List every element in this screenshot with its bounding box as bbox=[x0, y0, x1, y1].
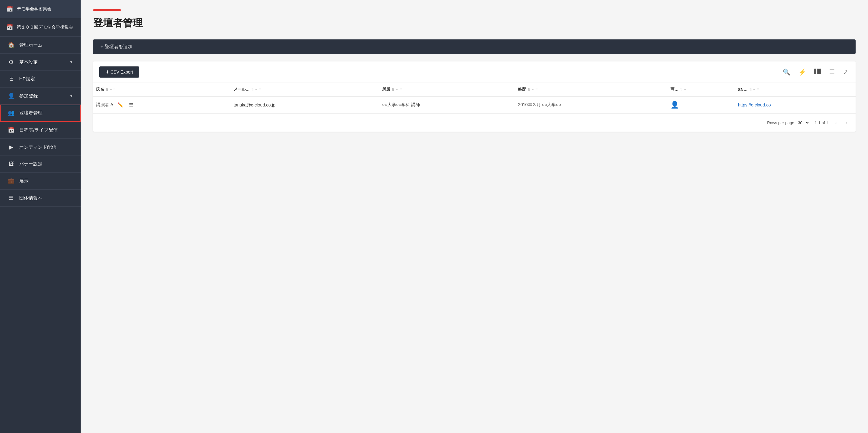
sidebar-item-label: 参加登録 bbox=[19, 93, 65, 99]
chevron-down-icon: ▼ bbox=[69, 60, 73, 64]
sidebar-item-kanri-home[interactable]: 🏠 管理ホーム bbox=[0, 37, 81, 54]
sidebar-item-label: オンデマンド配信 bbox=[19, 144, 73, 150]
add-speaker-button[interactable]: + 登壇者を追加 bbox=[93, 39, 856, 54]
sidebar-item-label: 展示 bbox=[19, 178, 73, 184]
cell-sn: https://c-cloud.co bbox=[735, 96, 856, 114]
calendar-icon-2: 📅 bbox=[6, 24, 13, 31]
col-filter-icon[interactable]: ≡ bbox=[255, 88, 257, 91]
col-drag-icon[interactable]: ⠿ bbox=[399, 88, 402, 92]
accent-bar bbox=[93, 9, 121, 11]
col-filter-icon[interactable]: ≡ bbox=[684, 88, 686, 91]
cell-name: 講演者 A ✏️ ☰ bbox=[93, 96, 230, 114]
sidebar-item-label: 日程表/ライブ配信 bbox=[19, 127, 73, 133]
search-icon[interactable]: 🔍 bbox=[781, 67, 792, 77]
sort-icon[interactable]: ⇅ bbox=[106, 88, 108, 91]
columns-icon[interactable] bbox=[813, 67, 823, 77]
people-icon: 👥 bbox=[7, 110, 15, 116]
sidebar-item-dantai[interactable]: ☰ 団体情報へ bbox=[0, 190, 81, 207]
filter-icon[interactable]: ⚡ bbox=[797, 67, 808, 77]
cell-bio: 2010年３月 ○○大学○○ bbox=[515, 96, 667, 114]
sidebar-item-kihon-settei[interactable]: ⚙ 基本設定 ▼ bbox=[0, 54, 81, 71]
sidebar-item-label: HP設定 bbox=[19, 76, 73, 82]
next-page-button[interactable]: › bbox=[844, 119, 849, 127]
list-button[interactable]: ☰ bbox=[128, 102, 134, 108]
table-row: 講演者 A ✏️ ☰ tanaka@c-cloud.co.jp ○○大学○○学科… bbox=[93, 96, 856, 114]
col-header-sn: SN… ⇅ ≡ ⠿ bbox=[735, 83, 856, 96]
schedule-icon: 📅 bbox=[7, 127, 15, 134]
col-filter-icon[interactable]: ≡ bbox=[110, 88, 112, 91]
prev-page-button[interactable]: ‹ bbox=[833, 119, 839, 127]
home-icon: 🏠 bbox=[7, 41, 15, 49]
col-filter-icon[interactable]: ≡ bbox=[753, 88, 755, 91]
chevron-down-icon: ▼ bbox=[69, 94, 73, 98]
table-card: ⬇ CSV Export 🔍 ⚡ ☰ ⤢ bbox=[93, 61, 856, 132]
page-info: 1-1 of 1 bbox=[815, 120, 828, 125]
rows-per-page-select[interactable]: 30 50 100 bbox=[797, 120, 810, 125]
main-content: 登壇者管理 + 登壇者を追加 ⬇ CSV Export 🔍 ⚡ ☰ ⤢ bbox=[81, 0, 868, 433]
col-drag-icon[interactable]: ⠿ bbox=[113, 88, 116, 92]
sidebar-item-nittei[interactable]: 📅 日程表/ライブ配信 bbox=[0, 122, 81, 139]
col-filter-icon[interactable]: ≡ bbox=[531, 88, 533, 91]
briefcase-icon: 💼 bbox=[7, 177, 15, 184]
sidebar-item-todan-kanri[interactable]: 👥 登壇者管理 bbox=[0, 105, 81, 122]
col-header-bio: 略歴 ⇅ ≡ ⠿ bbox=[515, 83, 667, 96]
sidebar-item-label: バナー設定 bbox=[19, 161, 73, 167]
sort-icon[interactable]: ⇅ bbox=[527, 88, 530, 91]
sidebar-item-banner[interactable]: 🖼 バナー設定 bbox=[0, 156, 81, 173]
page-title: 登壇者管理 bbox=[93, 17, 856, 30]
sidebar-top-label-1: デモ学会学術集会 bbox=[17, 6, 52, 12]
sort-icon[interactable]: ⇅ bbox=[680, 88, 683, 91]
col-header-email: メール… ⇅ ≡ ⠿ bbox=[230, 83, 379, 96]
cell-affiliation: ○○大学○○学科 講師 bbox=[379, 96, 515, 114]
sidebar-item-label: 基本設定 bbox=[19, 59, 65, 65]
speakers-table: 氏名 ⇅ ≡ ⠿ メール… ⇅ ≡ ⠿ bbox=[93, 83, 856, 114]
sort-icon[interactable]: ⇅ bbox=[251, 88, 254, 91]
sidebar-item-tenji[interactable]: 💼 展示 bbox=[0, 173, 81, 190]
col-filter-icon[interactable]: ≡ bbox=[396, 88, 398, 91]
monitor-icon: 🖥 bbox=[7, 76, 15, 82]
col-drag-icon[interactable]: ⠿ bbox=[259, 88, 261, 92]
sidebar-item-label: 団体情報へ bbox=[19, 195, 73, 201]
col-header-affiliation: 所属 ⇅ ≡ ⠿ bbox=[379, 83, 515, 96]
sidebar-top-label-2: 第１００回デモ学会学術集会 bbox=[17, 24, 73, 30]
play-icon: ▶ bbox=[7, 144, 15, 150]
csv-export-button[interactable]: ⬇ CSV Export bbox=[99, 66, 139, 78]
sort-icon[interactable]: ⇅ bbox=[392, 88, 394, 91]
sidebar-item-dai100[interactable]: 📅 第１００回デモ学会学術集会 bbox=[0, 18, 81, 37]
calendar-icon: 📅 bbox=[6, 6, 13, 12]
rows-per-page: Rows per page 30 50 100 bbox=[767, 120, 809, 125]
col-drag-icon[interactable]: ⠿ bbox=[757, 88, 759, 92]
rows-per-page-label: Rows per page bbox=[767, 120, 794, 125]
list-icon[interactable]: ☰ bbox=[828, 67, 836, 77]
svg-rect-2 bbox=[819, 68, 821, 74]
sidebar-item-sanka-toroku[interactable]: 👤 参加登録 ▼ bbox=[0, 88, 81, 105]
toolbar-icons: 🔍 ⚡ ☰ ⤢ bbox=[781, 67, 849, 77]
gear-icon: ⚙ bbox=[7, 59, 15, 65]
col-header-photo: 写… ⇅ ≡ bbox=[668, 83, 735, 96]
svg-rect-1 bbox=[817, 68, 819, 74]
col-drag-icon[interactable]: ⠿ bbox=[535, 88, 538, 92]
menu-icon: ☰ bbox=[7, 195, 15, 201]
sidebar-item-label: 登壇者管理 bbox=[19, 110, 73, 116]
fullscreen-icon[interactable]: ⤢ bbox=[842, 67, 849, 77]
sidebar-item-demo-gakkai[interactable]: 📅 デモ学会学術集会 bbox=[0, 0, 81, 18]
image-icon: 🖼 bbox=[7, 161, 15, 167]
sort-icon[interactable]: ⇅ bbox=[749, 88, 752, 91]
sidebar: 📅 デモ学会学術集会 📅 第１００回デモ学会学術集会 🏠 管理ホーム ⚙ 基本設… bbox=[0, 0, 81, 433]
svg-rect-0 bbox=[814, 68, 816, 74]
person-icon: 👤 bbox=[7, 92, 15, 99]
edit-button[interactable]: ✏️ bbox=[116, 102, 125, 108]
avatar: 👤 bbox=[671, 101, 679, 109]
table-toolbar: ⬇ CSV Export 🔍 ⚡ ☰ ⤢ bbox=[93, 61, 856, 83]
col-header-name: 氏名 ⇅ ≡ ⠿ bbox=[93, 83, 230, 96]
cell-photo: 👤 bbox=[668, 96, 735, 114]
cell-email: tanaka@c-cloud.co.jp bbox=[230, 96, 379, 114]
pagination: Rows per page 30 50 100 1-1 of 1 ‹ › bbox=[93, 114, 856, 132]
sidebar-item-hp-settei[interactable]: 🖥 HP設定 bbox=[0, 71, 81, 88]
sidebar-item-label: 管理ホーム bbox=[19, 42, 73, 48]
sidebar-item-ondemand[interactable]: ▶ オンデマンド配信 bbox=[0, 139, 81, 156]
